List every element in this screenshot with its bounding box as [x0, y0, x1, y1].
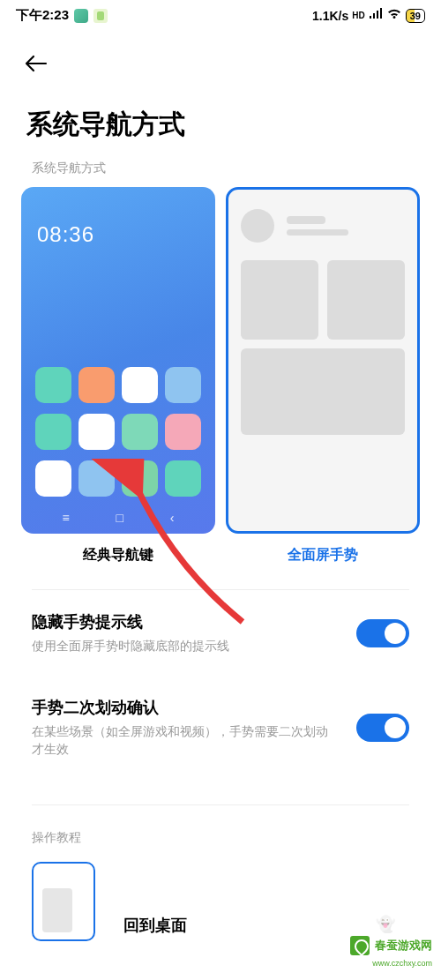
preview-app-icon	[78, 367, 115, 403]
nav-option-classic[interactable]: 08:36 ≡ □ ‹ 经典导航键	[21, 187, 215, 565]
app-icon-1	[74, 9, 88, 23]
battery-level: 39	[406, 9, 425, 23]
hd-indicator: HD	[352, 11, 364, 20]
preview-app-icon	[122, 367, 158, 403]
watermark-ghost-icon: 👻	[376, 915, 395, 934]
page-title: 系统导航方式	[0, 93, 441, 161]
gesture-label: 全面屏手势	[288, 546, 358, 565]
header	[0, 27, 441, 93]
setting-hide-hint-line: 隐藏手势提示线 使用全面屏手势时隐藏底部的提示线	[0, 590, 441, 677]
tutorial-card-home[interactable]	[32, 862, 95, 941]
preview-app-grid	[35, 367, 201, 497]
wifi-icon	[386, 8, 402, 23]
setting-desc: 使用全面屏手势时隐藏底部的提示线	[32, 638, 339, 655]
setting-title: 隐藏手势提示线	[32, 611, 339, 632]
preview-app-icon	[35, 367, 71, 403]
status-right: 1.1K/s HD 39	[312, 8, 425, 23]
menu-icon: ≡	[62, 511, 69, 525]
tutorial-thumb	[42, 888, 72, 932]
skeleton-block	[327, 260, 405, 340]
preview-nav-bar: ≡ □ ‹	[21, 511, 215, 525]
watermark: 春蚕游戏网	[350, 936, 432, 955]
home-icon: □	[116, 511, 123, 525]
classic-preview: 08:36 ≡ □ ‹	[21, 187, 215, 534]
watermark-brand: 春蚕游戏网	[375, 938, 432, 954]
preview-app-icon	[35, 460, 71, 497]
toggle-double-swipe[interactable]	[356, 714, 409, 742]
skeleton-avatar	[241, 209, 274, 243]
status-time: 下午2:23	[16, 7, 69, 24]
classic-label: 经典导航键	[83, 546, 153, 565]
signal-icon	[369, 8, 383, 23]
preview-app-icon	[78, 414, 115, 450]
setting-desc: 在某些场景（如全屏游戏和视频），手势需要二次划动才生效	[32, 723, 339, 758]
preview-app-icon	[165, 414, 201, 450]
back-icon: ‹	[170, 511, 175, 525]
preview-app-icon	[165, 367, 201, 403]
watermark-url: www.czchxy.com	[372, 959, 432, 968]
skeleton-block	[241, 260, 318, 340]
battery-indicator: 39	[406, 9, 425, 23]
preview-clock: 08:36	[37, 222, 94, 247]
preview-app-icon	[122, 460, 158, 497]
skeleton-content	[228, 190, 417, 454]
skeleton-block	[241, 348, 405, 435]
preview-app-icon	[35, 414, 71, 450]
status-left: 下午2:23	[16, 7, 108, 24]
section-label-nav: 系统导航方式	[0, 161, 441, 187]
nav-option-gesture[interactable]: 全面屏手势	[226, 187, 420, 565]
status-bar: 下午2:23 1.1K/s HD 39	[0, 0, 441, 27]
preview-app-icon	[122, 414, 158, 450]
divider	[32, 804, 409, 805]
tutorial-title: 回到桌面	[123, 915, 187, 936]
app-icon-2	[93, 9, 108, 23]
setting-title: 手势二次划动确认	[32, 697, 339, 718]
skeleton-lines	[287, 216, 348, 236]
section-label-tutorial: 操作教程	[32, 830, 409, 846]
watermark-logo-icon	[350, 936, 370, 955]
navigation-mode-options: 08:36 ≡ □ ‹ 经典导航键	[0, 187, 441, 565]
preview-app-icon	[165, 460, 201, 497]
tutorial-section: 操作教程 回到桌面	[0, 830, 441, 941]
toggle-hide-hint[interactable]	[356, 619, 409, 647]
network-speed: 1.1K/s	[312, 9, 348, 23]
preview-app-icon	[78, 460, 115, 497]
setting-double-swipe: 手势二次划动确认 在某些场景（如全屏游戏和视频），手势需要二次划动才生效	[0, 676, 441, 779]
back-button[interactable]	[16, 45, 56, 84]
gesture-preview	[226, 187, 420, 534]
